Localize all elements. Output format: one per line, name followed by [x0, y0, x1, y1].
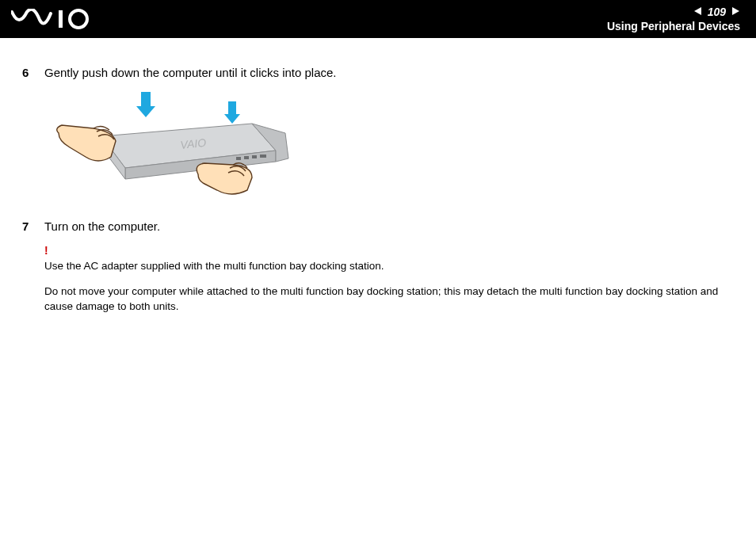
- note-line-1: Use the AC adapter supplied with the mul…: [44, 258, 734, 274]
- svg-rect-15: [260, 154, 266, 158]
- svg-text:VAIO: VAIO: [180, 136, 207, 151]
- svg-rect-4: [141, 92, 151, 106]
- docking-illustration: VAIO: [54, 89, 734, 204]
- step-7: 7 Turn on the computer.: [22, 219, 734, 235]
- svg-rect-12: [236, 157, 241, 160]
- header-right: 109 Using Peripheral Devices: [607, 6, 740, 32]
- step-text: Gently push down the computer until it c…: [44, 65, 734, 81]
- step-number: 6: [22, 65, 44, 81]
- svg-rect-0: [59, 10, 63, 28]
- step-number: 7: [22, 219, 44, 235]
- page-number: 109: [708, 6, 726, 18]
- svg-rect-14: [252, 155, 257, 158]
- step-text: Turn on the computer.: [44, 219, 734, 235]
- step-6: 6 Gently push down the computer until it…: [22, 65, 734, 81]
- page-content: 6 Gently push down the computer until it…: [0, 38, 756, 315]
- section-title: Using Peripheral Devices: [607, 20, 740, 32]
- note-line-2: Do not move your computer while attached…: [44, 284, 734, 315]
- vaio-logo: [11, 9, 98, 29]
- next-page-icon[interactable]: [731, 6, 740, 18]
- svg-marker-5: [136, 106, 155, 117]
- svg-rect-6: [228, 101, 236, 114]
- warning-icon: !: [44, 242, 734, 258]
- header-bar: 109 Using Peripheral Devices: [0, 0, 756, 38]
- page-nav: 109: [693, 6, 740, 18]
- svg-marker-2: [694, 7, 701, 15]
- svg-marker-7: [224, 114, 240, 124]
- warning-note: ! Use the AC adapter supplied with the m…: [44, 242, 734, 315]
- svg-rect-13: [244, 156, 249, 159]
- prev-page-icon[interactable]: [693, 6, 703, 18]
- svg-point-1: [70, 10, 87, 28]
- svg-marker-3: [732, 7, 739, 15]
